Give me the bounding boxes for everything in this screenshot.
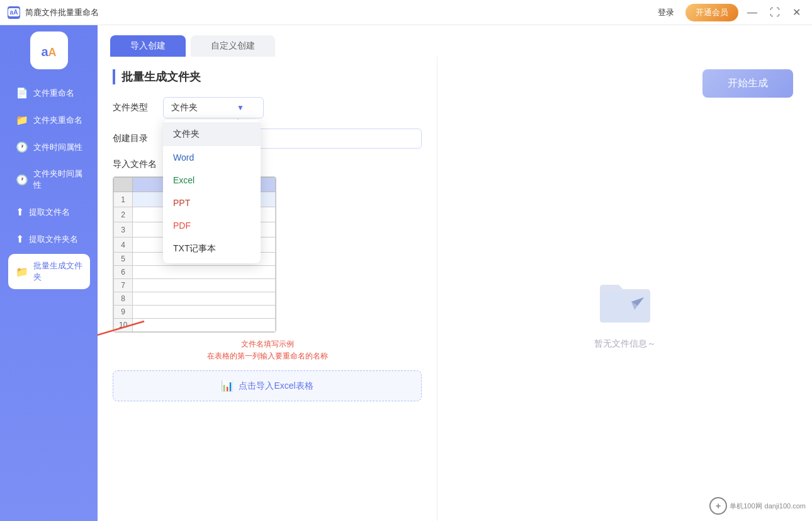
footer-watermark: + 单机100网 danji100.com: [709, 497, 806, 515]
table-row: 9: [114, 306, 276, 319]
create-dir-label: 创建目录: [113, 133, 163, 144]
sidebar-item-label: 文件夹时间属性: [33, 168, 82, 191]
dropdown-item-pdf[interactable]: PDF: [163, 214, 261, 237]
extract-file-icon: ⬆: [16, 206, 24, 218]
table-row: 7: [114, 279, 276, 292]
table-row-num: 9: [114, 306, 133, 319]
table-row-num: 8: [114, 292, 133, 306]
sidebar-item-label: 文件时间属性: [33, 142, 82, 153]
col-empty-header: [114, 178, 133, 192]
dropdown-item-word[interactable]: Word: [163, 146, 261, 169]
sidebar-item-label: 文件重命名: [33, 88, 74, 99]
hint-text: 文件名填写示例 在表格的第一列输入要重命名的名称: [113, 339, 422, 362]
panel-title: 批量生成文件夹: [113, 69, 422, 84]
watermark-site: danji100.com: [765, 502, 806, 510]
tab-bar: 导入创建 自定义创建: [98, 25, 812, 57]
table-row-num: 6: [114, 266, 133, 279]
close-button[interactable]: ✕: [789, 6, 804, 18]
title-bar: aA 简鹿文件批量重命名 登录 开通会员 — ⛶ ✕: [0, 0, 812, 25]
dropdown-item-excel[interactable]: Excel: [163, 169, 261, 192]
folder-rename-icon: 📁: [16, 114, 28, 126]
title-bar-right: 登录 开通会员 — ⛶ ✕: [651, 4, 804, 21]
dropdown-item-folder[interactable]: 文件夹: [163, 122, 261, 146]
sidebar-item-batch-create[interactable]: 📁 批量生成文件夹: [8, 254, 90, 289]
sidebar-item-folder-time[interactable]: 🕐 文件夹时间属性: [8, 162, 90, 197]
maximize-button[interactable]: ⛶: [766, 7, 784, 18]
file-type-dropdown: 文件夹 Word Excel PPT PDF TXT记事本: [163, 120, 261, 263]
table-row-value: [133, 306, 276, 319]
select-display[interactable]: 文件夹 ▼: [163, 97, 264, 118]
sidebar-item-extract-foldername[interactable]: ⬆ 提取文件夹名: [8, 227, 90, 251]
main-content: 导入创建 自定义创建 批量生成文件夹 文件类型 文件夹 ▼: [98, 25, 812, 521]
sidebar-item-label: 批量生成文件夹: [33, 260, 82, 283]
table-row-value: [133, 279, 276, 292]
table-row-value: [133, 266, 276, 279]
table-row-num: 3: [114, 222, 133, 238]
title-bar-left: aA 简鹿文件批量重命名: [8, 6, 99, 19]
table-row: 8: [114, 292, 276, 306]
table-row-value: [133, 319, 276, 332]
content-area: 批量生成文件夹 文件类型 文件夹 ▼ 文件夹 Word Excel: [98, 57, 812, 521]
right-panel: 开始生成 暂无文件信息～: [437, 57, 812, 521]
dropdown-item-txt[interactable]: TXT记事本: [163, 237, 261, 261]
table-row-num: 4: [114, 238, 133, 253]
left-panel: 批量生成文件夹 文件类型 文件夹 ▼ 文件夹 Word Excel: [98, 57, 437, 521]
sidebar-item-extract-filename[interactable]: ⬆ 提取文件名: [8, 200, 90, 224]
minimize-button[interactable]: —: [743, 7, 761, 18]
file-time-icon: 🕐: [16, 141, 28, 153]
table-row-num: 2: [114, 207, 133, 222]
file-type-select[interactable]: 文件夹 ▼ 文件夹 Word Excel PPT PDF TXT记事本: [163, 97, 264, 118]
import-excel-button[interactable]: 📊 点击导入Excel表格: [113, 370, 422, 401]
file-type-row: 文件类型 文件夹 ▼ 文件夹 Word Excel PPT PDF: [113, 97, 422, 118]
app-logo-small: aA: [8, 6, 20, 19]
table-row-value: [133, 292, 276, 306]
folder-time-icon: 🕐: [16, 174, 28, 186]
sidebar-item-file-rename[interactable]: 📄 文件重命名: [8, 81, 90, 105]
watermark-label: 单机100网: [730, 501, 762, 511]
empty-state-text: 暂无文件信息～: [594, 338, 656, 350]
sidebar-item-file-time[interactable]: 🕐 文件时间属性: [8, 135, 90, 159]
logo-text: aA: [41, 41, 56, 60]
dropdown-arrow-icon: ▼: [237, 103, 244, 112]
create-dir-row: 创建目录: [113, 129, 422, 149]
table-row-num: 7: [114, 279, 133, 292]
sidebar-item-folder-rename[interactable]: 📁 文件夹重命名: [8, 108, 90, 132]
selected-value: 文件夹: [171, 102, 198, 113]
file-rename-icon: 📄: [16, 87, 28, 99]
login-button[interactable]: 登录: [651, 4, 680, 21]
app-body: aA 📄 文件重命名 📁 文件夹重命名 🕐 文件时间属性 🕐 文件夹时间属性 ⬆…: [0, 25, 812, 521]
excel-preview-section: A 1文件名12文件名23文件名34文件名45678910: [113, 176, 422, 333]
dropdown-item-ppt[interactable]: PPT: [163, 192, 261, 214]
folder-empty-icon: [597, 275, 653, 326]
hint-line-2: 在表格的第一列输入要重命名的名称: [113, 351, 422, 362]
extract-folder-icon: ⬆: [16, 233, 24, 245]
sidebar-item-label: 提取文件名: [29, 207, 70, 218]
table-row: 10: [114, 319, 276, 332]
tab-import-create[interactable]: 导入创建: [110, 35, 186, 57]
title-bar-app-name: 简鹿文件批量重命名: [25, 7, 99, 18]
watermark-circle: +: [709, 497, 727, 515]
batch-create-icon: 📁: [16, 266, 28, 278]
table-icon: 📊: [221, 380, 234, 392]
sidebar-item-label: 文件夹重命名: [33, 115, 82, 126]
table-row: 6: [114, 266, 276, 279]
table-row-num: 1: [114, 192, 133, 207]
table-row-num: 5: [114, 253, 133, 266]
start-generate-button[interactable]: 开始生成: [702, 69, 793, 98]
member-button[interactable]: 开通会员: [685, 4, 738, 21]
sidebar: aA 📄 文件重命名 📁 文件夹重命名 🕐 文件时间属性 🕐 文件夹时间属性 ⬆…: [0, 25, 98, 521]
import-btn-label: 点击导入Excel表格: [239, 381, 313, 392]
file-type-label: 文件类型: [113, 102, 163, 113]
empty-state: 暂无文件信息～: [456, 117, 793, 508]
hint-line-1: 文件名填写示例: [113, 339, 422, 350]
sidebar-logo: aA: [30, 31, 68, 69]
table-row-num: 10: [114, 319, 133, 332]
sidebar-item-label: 提取文件夹名: [29, 234, 78, 245]
folder-empty-icon-wrap: [597, 275, 653, 328]
tab-custom-create[interactable]: 自定义创建: [191, 35, 275, 57]
import-filename-label: 导入文件名: [113, 159, 422, 170]
